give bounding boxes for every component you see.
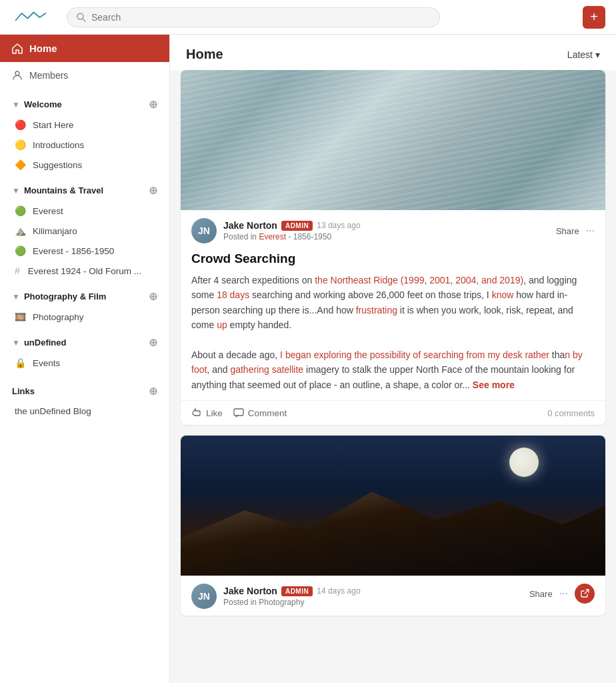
sidebar-item-everest-1856[interactable]: 🟢 Everest - 1856-1950 [0,241,169,261]
sidebar-section-links: Links ⊕ the unDefined Blog [0,378,169,421]
sidebar-item-events[interactable]: 🔒 Events [0,353,169,373]
admin-badge-2: ADMIN [281,586,313,596]
sidebar-item-everest-1924[interactable]: # Everest 1924 - Old Forum ... [0,261,169,281]
post-location-2: Posted in Photography [223,598,361,607]
green-dot-icon2: 🟢 [15,245,26,256]
post-card-1: JN Jake Norton ADMIN 13 days ago Posted … [181,70,605,425]
sidebar-section-welcome: ▼ Welcome ⊕ 🔴 Start Here 🟡 Introductions… [0,91,169,175]
search-bar [67,7,440,27]
post-image-mountain [181,70,605,210]
sidebar-item-kilimanjaro[interactable]: ⛰️ Kilimanjaro [0,221,169,241]
lock-icon: 🔒 [15,358,26,368]
more-options-button-2[interactable]: ··· [559,588,568,600]
share-button-1[interactable]: Share [556,226,579,236]
sidebar-item-everest[interactable]: 🟢 Everest [0,201,169,221]
sidebar-item-home[interactable]: Home [0,35,169,62]
avatar-2: JN [191,584,217,609]
post-author-2: Jake Norton [223,586,277,596]
sidebar-section-undefined: ▼ unDefined ⊕ 🔒 Events [0,329,169,373]
chevron-down-icon: ▼ [12,292,20,301]
members-icon [12,70,23,81]
topnav: + [0,0,616,35]
add-button[interactable]: + [583,6,605,29]
main-content: Home Latest ▾ JN Jake Norton ADMIN 13 d [170,35,616,683]
red-dot-icon: 🔴 [15,119,26,130]
like-icon [191,408,202,418]
yellow-dot-icon: 🟡 [15,139,26,150]
sidebar-item-photography[interactable]: 🎞️ Photography [0,307,169,327]
section-add-icon[interactable]: ⊕ [149,98,157,111]
admin-badge-1: ADMIN [281,221,313,231]
sidebar-item-members[interactable]: Members [0,62,169,89]
page-title: Home [186,47,223,62]
sort-button[interactable]: Latest ▾ [567,49,600,60]
see-more-1[interactable]: See more [473,380,515,390]
section-add-icon[interactable]: ⊕ [149,336,157,349]
chevron-down-icon: ▼ [12,186,20,195]
post-author-1: Jake Norton [223,220,277,231]
like-button-1[interactable]: Like [191,408,223,418]
post-card-2: JN Jake Norton ADMIN 14 days ago Posted … [181,436,605,616]
post-actions-1: Like Comment 0 comments [181,400,605,425]
sidebar-item-introductions[interactable]: 🟡 Introductions [0,135,169,155]
comments-count-1: 0 comments [547,408,595,418]
share-circle-icon[interactable] [575,584,595,604]
sidebar-link-blog[interactable]: the unDefined Blog [0,402,169,421]
home-icon [12,43,23,54]
sidebar-section-mountains: ▼ Mountains & Travel ⊕ 🟢 Everest ⛰️ Kili… [0,177,169,281]
chevron-down-icon: ▼ [12,338,20,348]
green-dot-icon: 🟢 [15,205,26,216]
section-add-icon[interactable]: ⊕ [149,184,157,197]
sidebar-item-start-here[interactable]: 🔴 Start Here [0,115,169,135]
logo [11,8,51,27]
post-location-1: Posted in Everest - 1856-1950 [223,232,361,241]
mountain-icon: ⛰️ [15,225,26,236]
content-header: Home Latest ▾ [170,35,616,70]
comment-button-1[interactable]: Comment [233,408,287,418]
more-options-button-1[interactable]: ··· [586,225,595,237]
post-time-1: 13 days ago [317,221,360,230]
external-link-icon [580,589,589,598]
svg-point-2 [15,71,19,75]
chevron-down-icon: ▾ [595,49,600,60]
search-icon [77,13,86,22]
sidebar-section-photography: ▼ Photography & Film ⊕ 🎞️ Photography [0,283,169,327]
film-icon: 🎞️ [15,311,26,322]
post-time-2: 14 days ago [317,586,360,596]
sidebar-item-suggestions[interactable]: 🔶 Suggestions [0,155,169,175]
moon-element [509,448,539,477]
svg-rect-3 [234,409,243,416]
post-meta-2: JN Jake Norton ADMIN 14 days ago Posted … [181,576,605,616]
avatar-1: JN [191,218,217,243]
sidebar: Home Members ▼ Welcome ⊕ 🔴 Start Here [0,35,170,683]
post-image-night [181,436,605,576]
post-meta-1: JN Jake Norton ADMIN 13 days ago Posted … [181,210,605,246]
post-body-1: After 4 search expeditions on the Northe… [181,270,605,400]
share-button-2[interactable]: Share [529,589,553,599]
svg-line-1 [83,19,85,21]
chevron-down-icon: ▼ [12,100,20,109]
orange-dot-icon: 🔶 [15,159,26,170]
post-location-link-1[interactable]: Everest [259,232,286,241]
search-input[interactable] [91,12,430,23]
hash-icon: # [15,265,20,276]
section-add-icon[interactable]: ⊕ [149,290,157,303]
comment-icon [233,408,244,418]
section-add-icon[interactable]: ⊕ [149,385,157,398]
post-title-1: Crowd Searching [181,246,605,270]
